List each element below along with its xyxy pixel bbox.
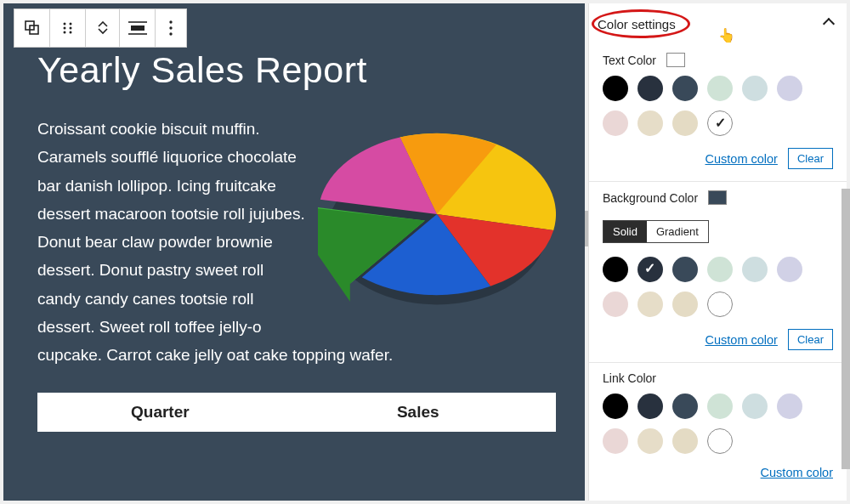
svg-rect-9 — [131, 25, 144, 31]
color-swatch-cream[interactable] — [638, 110, 663, 136]
color-swatch-lavender[interactable] — [777, 394, 802, 419]
color-swatch-pale-blue[interactable] — [742, 257, 768, 282]
bg-color-preview — [708, 190, 727, 205]
clear-button[interactable]: Clear — [788, 148, 833, 169]
background-color-section: Background Color Solid Gradient Custom c… — [589, 182, 847, 363]
link-color-section: Link Color Custom color — [589, 363, 847, 491]
dots-vertical-icon — [169, 20, 173, 36]
custom-color-link[interactable]: Custom color — [761, 466, 833, 479]
editor-canvas: Yearly Sales Report Croissant coo — [3, 3, 585, 501]
drag-handle[interactable] — [50, 9, 86, 47]
color-swatch-dark-navy[interactable] — [638, 394, 663, 419]
svg-point-2 — [63, 23, 65, 25]
color-swatch-mint[interactable] — [707, 76, 733, 101]
svg-point-6 — [63, 31, 65, 34]
sales-table[interactable]: Quarter Sales — [37, 393, 556, 432]
svg-point-13 — [169, 32, 172, 35]
custom-color-link[interactable]: Custom color — [706, 152, 778, 166]
color-swatch-lavender[interactable] — [777, 257, 802, 282]
svg-point-4 — [63, 27, 65, 30]
color-swatch-cream[interactable] — [638, 292, 663, 317]
move-updown[interactable] — [86, 9, 120, 47]
page-title[interactable]: Yearly Sales Report — [37, 49, 556, 91]
block-content: Yearly Sales Report Croissant coo — [37, 49, 556, 432]
bg-color-label: Background Color — [603, 191, 698, 205]
pie-chart — [318, 119, 556, 340]
custom-color-link[interactable]: Custom color — [706, 333, 778, 347]
color-swatch-beige[interactable] — [672, 428, 698, 454]
panel-title: Color settings — [598, 17, 676, 31]
svg-point-3 — [69, 23, 71, 25]
align-button[interactable] — [120, 9, 156, 47]
chevron-up-icon — [98, 21, 108, 28]
color-swatch-blush[interactable] — [603, 428, 628, 454]
color-swatch-slate[interactable] — [672, 76, 698, 101]
color-swatch-mint[interactable] — [707, 257, 733, 282]
solid-tab[interactable]: Solid — [604, 221, 647, 242]
fill-type-segment: Solid Gradient — [603, 220, 709, 243]
chevron-up-icon — [824, 16, 833, 31]
color-swatch-cream[interactable] — [638, 428, 663, 454]
color-swatch-slate[interactable] — [672, 257, 698, 282]
chevron-down-icon — [98, 28, 108, 35]
svg-point-5 — [69, 27, 71, 30]
scrollbar-thumb[interactable] — [842, 189, 850, 469]
color-swatch-white[interactable] — [707, 292, 733, 317]
color-swatch-blush[interactable] — [603, 292, 628, 317]
link-color-label: Link Color — [603, 371, 656, 385]
color-swatch-dark-navy[interactable] — [638, 257, 663, 282]
table-header: Quarter — [37, 393, 363, 432]
color-swatch-mint[interactable] — [707, 394, 733, 419]
block-type-button[interactable] — [14, 9, 50, 47]
color-swatch-slate[interactable] — [672, 394, 698, 419]
color-swatch-black[interactable] — [603, 257, 628, 282]
more-options-button[interactable] — [156, 9, 186, 47]
color-swatch-dark-navy[interactable] — [638, 76, 663, 101]
color-swatch-lavender[interactable] — [777, 76, 802, 101]
color-swatch-white[interactable] — [707, 428, 733, 454]
svg-point-11 — [169, 20, 172, 23]
color-swatch-blush[interactable] — [603, 110, 628, 136]
color-swatch-white[interactable] — [707, 110, 733, 136]
cursor-icon: 👆 — [718, 27, 735, 43]
color-swatch-black[interactable] — [603, 394, 628, 419]
block-toolbar — [14, 8, 187, 48]
text-color-section: Text Color Custom color Clear — [589, 44, 847, 182]
color-swatch-black[interactable] — [603, 76, 628, 101]
gradient-tab[interactable]: Gradient — [647, 221, 708, 242]
text-color-preview — [666, 53, 685, 67]
color-swatch-beige[interactable] — [672, 292, 698, 317]
svg-point-12 — [169, 26, 172, 29]
clear-button[interactable]: Clear — [788, 329, 833, 350]
settings-sidebar: Color settings 👆 Text Color Custom color… — [588, 3, 847, 501]
color-swatch-beige[interactable] — [672, 110, 698, 136]
svg-point-7 — [69, 31, 71, 34]
color-swatch-pale-blue[interactable] — [742, 394, 768, 419]
color-swatch-pale-blue[interactable] — [742, 76, 768, 101]
panel-header-color-settings[interactable]: Color settings 👆 — [589, 3, 847, 44]
table-header: Sales — [363, 393, 556, 432]
text-color-label: Text Color — [603, 54, 656, 67]
